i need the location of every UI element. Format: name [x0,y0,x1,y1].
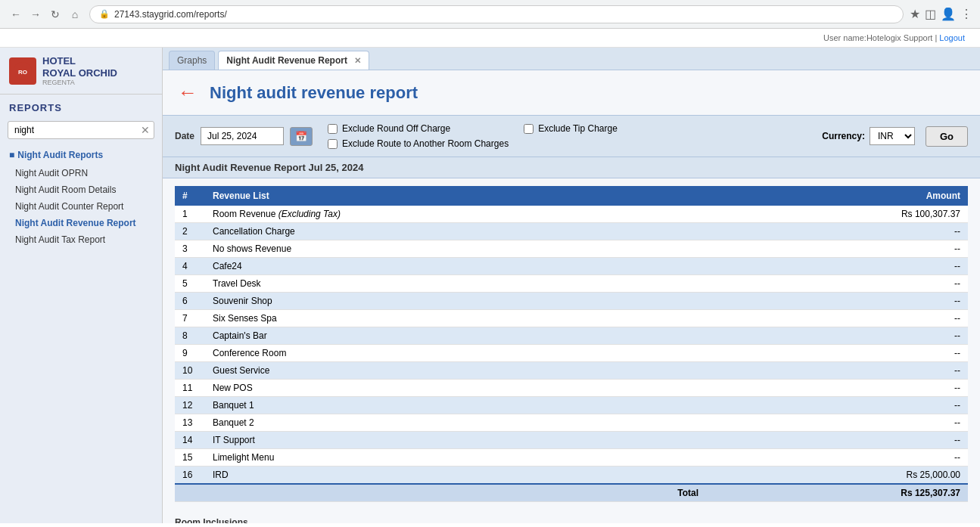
revenue-row-name: Room Revenue (Excluding Tax) [205,206,706,223]
revenue-row-name: Banquet 1 [205,397,706,414]
reload-button[interactable]: ↻ [47,6,64,23]
sidebar-item-tax-report[interactable]: Night Audit Tax Report [0,231,162,248]
col-hash: # [175,186,205,206]
revenue-row-amount: -- [706,310,968,327]
browser-chrome: ← → ↻ ⌂ 🔒 27143.staygrid.com/reports/ ★ … [0,0,980,29]
back-button[interactable]: ← [8,6,24,23]
browser-actions: ★ ◫ 👤 ⋮ [910,7,972,21]
exclude-route-checkbox[interactable] [328,139,338,149]
revenue-row-name: IT Support [205,432,706,449]
revenue-total-row: Total Rs 125,307.37 [175,484,968,502]
revenue-row: 7Six Senses Spa-- [175,310,968,327]
tab-bar: Graphs Night Audit Revenue Report ✕ [163,48,980,70]
revenue-row: 12Banquet 1-- [175,397,968,414]
revenue-row: 5Travel Desk-- [175,275,968,293]
revenue-row-num: 1 [175,206,205,223]
home-button[interactable]: ⌂ [67,6,83,23]
revenue-row-name: Cafe24 [205,258,706,275]
nav-buttons: ← → ↻ ⌂ [8,6,83,23]
sidebar-item-revenue-label: Night Audit Revenue Report [15,218,136,228]
back-arrow-icon[interactable]: ← [178,81,198,104]
revenue-row-amount: -- [706,414,968,432]
revenue-row-amount: Rs 100,307.37 [706,206,968,223]
section-icon: ■ [9,150,14,160]
sidebar-item-tax-label: Night Audit Tax Report [15,234,105,245]
revenue-row-name: IRD [205,467,706,485]
revenue-row-name: No shows Revenue [205,240,706,258]
revenue-row-amount: -- [706,449,968,467]
content-area: Graphs Night Audit Revenue Report ✕ ← Ni… [163,48,980,523]
revenue-row-name: Travel Desk [205,275,706,293]
revenue-row: 2Cancellation Charge-- [175,223,968,240]
revenue-row-num: 8 [175,327,205,345]
sidebar-item-counter-report[interactable]: Night Audit Counter Report [0,198,162,215]
revenue-row-amount: -- [706,275,968,293]
revenue-row-num: 16 [175,467,205,485]
total-empty [175,484,205,502]
page-header: ← Night audit revenue report [163,70,980,115]
revenue-row-num: 5 [175,275,205,293]
exclude-route-row[interactable]: Exclude Route to Another Room Charges [328,138,509,149]
exclude-round-off-checkbox[interactable] [328,124,338,134]
sidebar-item-oprn[interactable]: Night Audit OPRN [0,165,162,181]
address-bar[interactable]: 🔒 27143.staygrid.com/reports/ [89,5,904,23]
go-button[interactable]: Go [926,126,968,147]
date-label: Date [175,131,194,141]
main-layout: RO HOTELROYAL ORCHID REGENTA REPORTS ✕ ■… [0,48,980,523]
calendar-icon[interactable]: 📅 [290,127,313,146]
total-amount: Rs 125,307.37 [706,484,968,502]
logo-text-block: HOTELROYAL ORCHID REGENTA [42,55,117,86]
revenue-row-num: 14 [175,432,205,449]
sidebar-section-title: ■ Night Audit Reports [0,145,162,165]
logout-link[interactable]: Logout [939,33,965,42]
revenue-row: 11New POS-- [175,380,968,397]
report-title-row: Night Audit Revenue Report Jul 25, 2024 [163,157,980,178]
section-label: Night Audit Reports [17,150,103,160]
revenue-row-name: Souvenir Shop [205,293,706,310]
search-clear-button[interactable]: ✕ [141,124,150,136]
exclude-tip-label: Exclude Tip Charge [538,123,618,134]
sidebar: RO HOTELROYAL ORCHID REGENTA REPORTS ✕ ■… [0,48,163,523]
revenue-row-amount: -- [706,380,968,397]
revenue-row-amount: -- [706,258,968,275]
currency-select[interactable]: INR USD EUR [870,127,915,145]
search-input[interactable] [8,121,154,139]
extensions-button[interactable]: ◫ [925,7,936,21]
exclude-tip-row[interactable]: Exclude Tip Charge [524,123,618,134]
menu-button[interactable]: ⋮ [960,7,972,21]
date-field-wrap: Date 📅 [175,127,313,146]
revenue-row: 15Limelight Menu-- [175,449,968,467]
forward-button[interactable]: → [27,6,44,23]
bookmark-button[interactable]: ★ [910,7,920,21]
revenue-row-num: 7 [175,310,205,327]
exclude-round-off-label: Exclude Round Off Charge [342,123,450,134]
date-input[interactable] [201,127,284,145]
profile-button[interactable]: 👤 [941,7,956,21]
exclude-tip-checkbox[interactable] [524,124,534,134]
tab-revenue-report[interactable]: Night Audit Revenue Report ✕ [218,51,369,70]
revenue-row: 16IRDRs 25,000.00 [175,467,968,485]
revenue-row-num: 4 [175,258,205,275]
sidebar-item-revenue-report[interactable]: Night Audit Revenue Report [0,215,162,231]
revenue-table: # Revenue List Amount 1Room Revenue (Exc… [175,186,968,502]
revenue-row-num: 15 [175,449,205,467]
logo-name: HOTELROYAL ORCHID [42,55,117,79]
tab-close-button[interactable]: ✕ [354,56,361,65]
revenue-row-amount: -- [706,397,968,414]
svg-text:RO: RO [18,69,27,76]
revenue-row-name: Guest Service [205,362,706,380]
sidebar-item-room-details[interactable]: Night Audit Room Details [0,181,162,198]
checkboxes-wrap: Exclude Round Off Charge Exclude Route t… [328,123,509,149]
lock-icon: 🔒 [99,9,110,19]
sidebar-logo: RO HOTELROYAL ORCHID REGENTA [0,48,162,95]
tab-graphs[interactable]: Graphs [169,51,215,70]
revenue-row-num: 13 [175,414,205,432]
revenue-row-amount: -- [706,293,968,310]
revenue-row-num: 6 [175,293,205,310]
exclude-route-label: Exclude Route to Another Room Charges [342,138,509,149]
revenue-row: 10Guest Service-- [175,362,968,380]
exclude-round-off-row[interactable]: Exclude Round Off Charge [328,123,509,134]
revenue-row-name: Banquet 2 [205,414,706,432]
revenue-row-num: 3 [175,240,205,258]
room-inclusions-title: Room Inclusions [175,513,968,523]
